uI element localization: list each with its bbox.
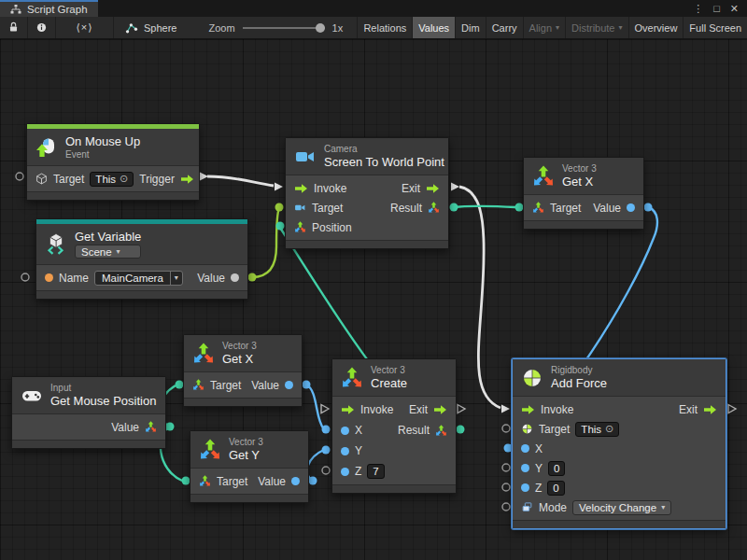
tab-script-graph[interactable]: Script Graph bbox=[0, 0, 98, 17]
variable-name-dropdown[interactable]: MainCamera ▾ bbox=[94, 271, 183, 286]
node-get-x[interactable]: Vector 3 Get X Target Value bbox=[183, 334, 303, 407]
overview-button[interactable]: Overview bbox=[629, 17, 684, 38]
port-z[interactable] bbox=[521, 483, 529, 492]
vector3-port-icon[interactable] bbox=[145, 421, 157, 433]
flow-arrow-icon[interactable] bbox=[294, 183, 308, 194]
node-get-variable[interactable]: Get Variable Scene▾ Name MainCamera ▾ Va… bbox=[35, 218, 248, 300]
flow-arrow-icon[interactable] bbox=[180, 174, 194, 185]
menu-icon[interactable]: ⋮ bbox=[693, 3, 703, 15]
window-controls: ⋮ □ ✕ bbox=[693, 0, 747, 17]
port-value[interactable] bbox=[231, 273, 239, 282]
vector3-port-icon[interactable] bbox=[192, 379, 204, 391]
chevron-down-icon: ▾ bbox=[117, 248, 120, 256]
node-footer bbox=[36, 290, 247, 299]
port-y[interactable] bbox=[341, 447, 349, 455]
node-on-mouse-up[interactable]: On Mouse Up Event Target This ⊙ Trigger bbox=[26, 123, 200, 201]
flow-arrow-icon[interactable] bbox=[341, 404, 355, 415]
info-button[interactable] bbox=[28, 17, 56, 38]
variables-toggle-button[interactable]: ⟨×⟩ bbox=[56, 17, 114, 38]
rigidbody-port-icon[interactable] bbox=[521, 423, 533, 435]
vector3-port-icon[interactable] bbox=[435, 425, 447, 437]
node-create-vector3[interactable]: Vector 3 Create Invoke Exit X Result bbox=[331, 358, 457, 494]
graph-icon bbox=[125, 21, 138, 35]
lock-button[interactable] bbox=[0, 17, 28, 38]
fullscreen-button[interactable]: Full Screen bbox=[684, 17, 747, 38]
port-label-x: X bbox=[355, 424, 362, 437]
zoom-slider-track[interactable] bbox=[243, 27, 325, 29]
zoom-control: Zoom 1x bbox=[208, 17, 343, 38]
chevron-down-icon: ▾ bbox=[619, 24, 623, 32]
flow-arrow-icon[interactable] bbox=[521, 404, 535, 415]
distribute-dropdown[interactable]: Distribute▾ bbox=[566, 17, 628, 38]
port-z[interactable] bbox=[341, 468, 349, 476]
node-title: Create bbox=[371, 376, 407, 390]
variable-scope-dropdown[interactable]: Scene▾ bbox=[75, 245, 141, 259]
z-value-field[interactable]: 7 bbox=[367, 464, 384, 479]
force-mode-dropdown[interactable]: Velocity Change▾ bbox=[572, 500, 671, 515]
port-label-x: X bbox=[535, 442, 543, 455]
chevron-down-icon: ▾ bbox=[661, 504, 665, 511]
object-picker-icon[interactable]: ⊙ bbox=[605, 423, 613, 435]
port-label-position: Position bbox=[312, 221, 352, 234]
breadcrumb[interactable]: Sphere bbox=[114, 17, 188, 38]
node-screen-to-world-point[interactable]: Camera Screen To World Point Invoke Exit… bbox=[285, 137, 449, 249]
align-dropdown[interactable]: Align▾ bbox=[524, 17, 566, 38]
maximize-icon[interactable]: □ bbox=[713, 3, 720, 14]
port-label-y: Y bbox=[535, 462, 543, 475]
node-footer bbox=[184, 398, 302, 406]
port-value[interactable] bbox=[285, 381, 293, 389]
chevron-down-icon: ▾ bbox=[175, 274, 178, 282]
node-footer bbox=[332, 484, 456, 493]
target-this-field[interactable]: This ⊙ bbox=[90, 172, 134, 187]
node-get-x-top[interactable]: Vector 3 Get X Target Value bbox=[523, 157, 644, 230]
camera-port-icon[interactable] bbox=[294, 202, 306, 214]
port-label-invoke: Invoke bbox=[314, 182, 346, 195]
dim-button[interactable]: Dim bbox=[456, 17, 486, 38]
node-title: Get X bbox=[562, 175, 597, 189]
node-type: Rigidbody bbox=[551, 365, 607, 375]
flow-arrow-icon[interactable] bbox=[433, 404, 447, 415]
object-picker-icon[interactable]: ⊙ bbox=[120, 173, 128, 185]
y-value-field[interactable]: 0 bbox=[548, 461, 565, 476]
vector3-icon bbox=[341, 367, 363, 389]
node-add-force[interactable]: Rigidbody Add Force Invoke Exit Target T… bbox=[512, 358, 726, 529]
port-label-mode: Mode bbox=[539, 501, 567, 514]
vector3-port-icon[interactable] bbox=[428, 202, 440, 214]
wire-flow-exit-to-addforce bbox=[451, 183, 510, 413]
port-label-value: Value bbox=[258, 475, 286, 488]
window-tab-bar: Script Graph ⋮ □ ✕ bbox=[0, 0, 747, 17]
port-label-value: Value bbox=[251, 379, 279, 392]
node-subtitle: Event bbox=[65, 149, 140, 160]
z-value-field[interactable]: 0 bbox=[547, 481, 564, 496]
flow-arrow-icon[interactable] bbox=[426, 183, 440, 194]
port-name[interactable] bbox=[45, 273, 53, 282]
carry-button[interactable]: Carry bbox=[486, 17, 524, 38]
flow-arrow-icon[interactable] bbox=[703, 404, 717, 415]
port-value[interactable] bbox=[291, 477, 300, 485]
zoom-slider[interactable] bbox=[243, 23, 325, 33]
values-button[interactable]: Values bbox=[413, 17, 456, 38]
port-label-value: Value bbox=[197, 272, 225, 285]
port-x[interactable] bbox=[341, 427, 349, 435]
force-mode-icon[interactable] bbox=[521, 501, 533, 513]
close-icon[interactable]: ✕ bbox=[730, 3, 739, 15]
chevron-down-icon: ▾ bbox=[556, 24, 559, 32]
port-label-value: Value bbox=[111, 421, 139, 434]
port-label-result: Result bbox=[390, 202, 422, 215]
relations-button[interactable]: Relations bbox=[358, 17, 413, 38]
info-icon bbox=[35, 21, 48, 34]
port-y[interactable] bbox=[521, 464, 529, 472]
node-get-mouse-position[interactable]: Input Get Mouse Position Value bbox=[11, 376, 166, 449]
node-footer bbox=[513, 520, 726, 528]
node-get-y[interactable]: Vector 3 Get Y Target Value bbox=[190, 430, 309, 503]
vector3-port-icon[interactable] bbox=[294, 221, 306, 233]
node-title: Get X bbox=[222, 352, 257, 366]
vector3-port-icon[interactable] bbox=[532, 202, 544, 214]
node-type: Input bbox=[50, 383, 156, 393]
target-this-field[interactable]: This ⊙ bbox=[575, 422, 619, 437]
graph-canvas[interactable]: On Mouse Up Event Target This ⊙ Trigger bbox=[0, 39, 747, 560]
port-value[interactable] bbox=[627, 203, 635, 212]
vector3-port-icon[interactable] bbox=[199, 475, 211, 487]
zoom-slider-handle[interactable] bbox=[316, 23, 325, 33]
port-x[interactable] bbox=[521, 444, 529, 453]
